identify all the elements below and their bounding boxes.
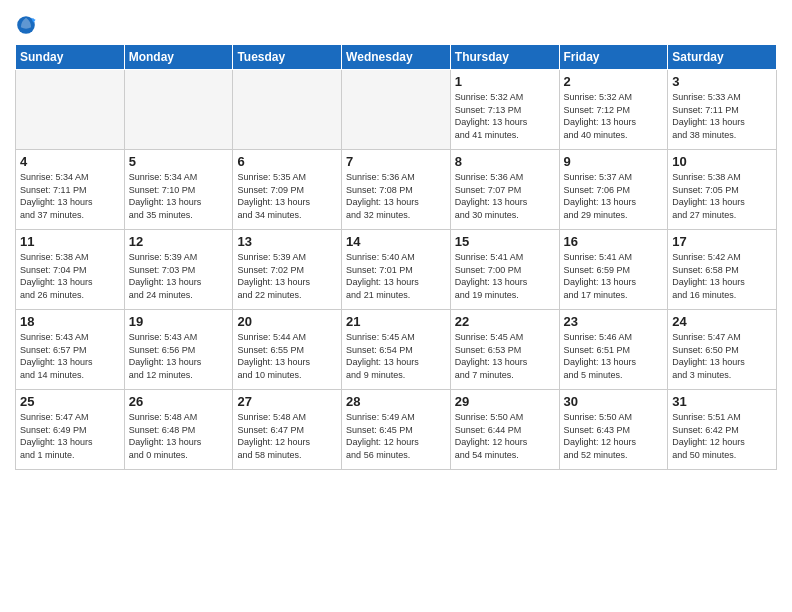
day-number: 26 bbox=[129, 394, 229, 409]
calendar-cell: 10Sunrise: 5:38 AM Sunset: 7:05 PM Dayli… bbox=[668, 150, 777, 230]
logo bbox=[15, 14, 41, 36]
day-number: 16 bbox=[564, 234, 664, 249]
day-number: 27 bbox=[237, 394, 337, 409]
day-info: Sunrise: 5:36 AM Sunset: 7:07 PM Dayligh… bbox=[455, 171, 555, 221]
calendar-cell: 27Sunrise: 5:48 AM Sunset: 6:47 PM Dayli… bbox=[233, 390, 342, 470]
day-info: Sunrise: 5:43 AM Sunset: 6:56 PM Dayligh… bbox=[129, 331, 229, 381]
calendar-week-row: 25Sunrise: 5:47 AM Sunset: 6:49 PM Dayli… bbox=[16, 390, 777, 470]
calendar-cell: 15Sunrise: 5:41 AM Sunset: 7:00 PM Dayli… bbox=[450, 230, 559, 310]
day-info: Sunrise: 5:43 AM Sunset: 6:57 PM Dayligh… bbox=[20, 331, 120, 381]
calendar-cell: 9Sunrise: 5:37 AM Sunset: 7:06 PM Daylig… bbox=[559, 150, 668, 230]
calendar-header-row: SundayMondayTuesdayWednesdayThursdayFrid… bbox=[16, 45, 777, 70]
day-number: 18 bbox=[20, 314, 120, 329]
day-number: 29 bbox=[455, 394, 555, 409]
day-info: Sunrise: 5:37 AM Sunset: 7:06 PM Dayligh… bbox=[564, 171, 664, 221]
day-number: 13 bbox=[237, 234, 337, 249]
calendar-cell bbox=[124, 70, 233, 150]
calendar-cell: 21Sunrise: 5:45 AM Sunset: 6:54 PM Dayli… bbox=[342, 310, 451, 390]
day-info: Sunrise: 5:48 AM Sunset: 6:48 PM Dayligh… bbox=[129, 411, 229, 461]
calendar-cell: 30Sunrise: 5:50 AM Sunset: 6:43 PM Dayli… bbox=[559, 390, 668, 470]
calendar-cell: 19Sunrise: 5:43 AM Sunset: 6:56 PM Dayli… bbox=[124, 310, 233, 390]
calendar-cell: 2Sunrise: 5:32 AM Sunset: 7:12 PM Daylig… bbox=[559, 70, 668, 150]
calendar-cell: 25Sunrise: 5:47 AM Sunset: 6:49 PM Dayli… bbox=[16, 390, 125, 470]
day-info: Sunrise: 5:45 AM Sunset: 6:54 PM Dayligh… bbox=[346, 331, 446, 381]
day-info: Sunrise: 5:50 AM Sunset: 6:43 PM Dayligh… bbox=[564, 411, 664, 461]
day-info: Sunrise: 5:32 AM Sunset: 7:13 PM Dayligh… bbox=[455, 91, 555, 141]
day-info: Sunrise: 5:41 AM Sunset: 7:00 PM Dayligh… bbox=[455, 251, 555, 301]
calendar-cell: 28Sunrise: 5:49 AM Sunset: 6:45 PM Dayli… bbox=[342, 390, 451, 470]
calendar-cell: 4Sunrise: 5:34 AM Sunset: 7:11 PM Daylig… bbox=[16, 150, 125, 230]
calendar-cell: 20Sunrise: 5:44 AM Sunset: 6:55 PM Dayli… bbox=[233, 310, 342, 390]
day-info: Sunrise: 5:49 AM Sunset: 6:45 PM Dayligh… bbox=[346, 411, 446, 461]
calendar-week-row: 4Sunrise: 5:34 AM Sunset: 7:11 PM Daylig… bbox=[16, 150, 777, 230]
calendar-cell: 14Sunrise: 5:40 AM Sunset: 7:01 PM Dayli… bbox=[342, 230, 451, 310]
day-number: 24 bbox=[672, 314, 772, 329]
day-number: 23 bbox=[564, 314, 664, 329]
day-info: Sunrise: 5:40 AM Sunset: 7:01 PM Dayligh… bbox=[346, 251, 446, 301]
day-number: 22 bbox=[455, 314, 555, 329]
day-info: Sunrise: 5:47 AM Sunset: 6:49 PM Dayligh… bbox=[20, 411, 120, 461]
day-number: 4 bbox=[20, 154, 120, 169]
calendar-cell bbox=[233, 70, 342, 150]
day-number: 5 bbox=[129, 154, 229, 169]
day-number: 10 bbox=[672, 154, 772, 169]
day-info: Sunrise: 5:47 AM Sunset: 6:50 PM Dayligh… bbox=[672, 331, 772, 381]
calendar-cell: 3Sunrise: 5:33 AM Sunset: 7:11 PM Daylig… bbox=[668, 70, 777, 150]
calendar-cell: 23Sunrise: 5:46 AM Sunset: 6:51 PM Dayli… bbox=[559, 310, 668, 390]
day-number: 3 bbox=[672, 74, 772, 89]
day-number: 7 bbox=[346, 154, 446, 169]
day-number: 11 bbox=[20, 234, 120, 249]
calendar-header-thursday: Thursday bbox=[450, 45, 559, 70]
day-info: Sunrise: 5:50 AM Sunset: 6:44 PM Dayligh… bbox=[455, 411, 555, 461]
day-number: 8 bbox=[455, 154, 555, 169]
calendar-cell: 16Sunrise: 5:41 AM Sunset: 6:59 PM Dayli… bbox=[559, 230, 668, 310]
day-info: Sunrise: 5:38 AM Sunset: 7:05 PM Dayligh… bbox=[672, 171, 772, 221]
day-number: 9 bbox=[564, 154, 664, 169]
day-info: Sunrise: 5:48 AM Sunset: 6:47 PM Dayligh… bbox=[237, 411, 337, 461]
day-number: 15 bbox=[455, 234, 555, 249]
calendar-week-row: 11Sunrise: 5:38 AM Sunset: 7:04 PM Dayli… bbox=[16, 230, 777, 310]
calendar-cell: 11Sunrise: 5:38 AM Sunset: 7:04 PM Dayli… bbox=[16, 230, 125, 310]
day-info: Sunrise: 5:34 AM Sunset: 7:10 PM Dayligh… bbox=[129, 171, 229, 221]
calendar-cell: 7Sunrise: 5:36 AM Sunset: 7:08 PM Daylig… bbox=[342, 150, 451, 230]
day-info: Sunrise: 5:44 AM Sunset: 6:55 PM Dayligh… bbox=[237, 331, 337, 381]
day-info: Sunrise: 5:36 AM Sunset: 7:08 PM Dayligh… bbox=[346, 171, 446, 221]
calendar-cell: 6Sunrise: 5:35 AM Sunset: 7:09 PM Daylig… bbox=[233, 150, 342, 230]
day-info: Sunrise: 5:32 AM Sunset: 7:12 PM Dayligh… bbox=[564, 91, 664, 141]
calendar-header-wednesday: Wednesday bbox=[342, 45, 451, 70]
calendar-cell: 5Sunrise: 5:34 AM Sunset: 7:10 PM Daylig… bbox=[124, 150, 233, 230]
calendar-header-monday: Monday bbox=[124, 45, 233, 70]
day-info: Sunrise: 5:38 AM Sunset: 7:04 PM Dayligh… bbox=[20, 251, 120, 301]
day-info: Sunrise: 5:39 AM Sunset: 7:03 PM Dayligh… bbox=[129, 251, 229, 301]
calendar-header-sunday: Sunday bbox=[16, 45, 125, 70]
day-number: 1 bbox=[455, 74, 555, 89]
day-number: 28 bbox=[346, 394, 446, 409]
calendar-header-friday: Friday bbox=[559, 45, 668, 70]
page-header bbox=[15, 10, 777, 36]
day-number: 6 bbox=[237, 154, 337, 169]
calendar-header-tuesday: Tuesday bbox=[233, 45, 342, 70]
calendar-cell bbox=[16, 70, 125, 150]
calendar-cell: 24Sunrise: 5:47 AM Sunset: 6:50 PM Dayli… bbox=[668, 310, 777, 390]
calendar-cell: 8Sunrise: 5:36 AM Sunset: 7:07 PM Daylig… bbox=[450, 150, 559, 230]
day-info: Sunrise: 5:34 AM Sunset: 7:11 PM Dayligh… bbox=[20, 171, 120, 221]
calendar-cell: 12Sunrise: 5:39 AM Sunset: 7:03 PM Dayli… bbox=[124, 230, 233, 310]
day-info: Sunrise: 5:42 AM Sunset: 6:58 PM Dayligh… bbox=[672, 251, 772, 301]
calendar-header-saturday: Saturday bbox=[668, 45, 777, 70]
calendar: SundayMondayTuesdayWednesdayThursdayFrid… bbox=[15, 44, 777, 470]
day-number: 14 bbox=[346, 234, 446, 249]
calendar-cell: 1Sunrise: 5:32 AM Sunset: 7:13 PM Daylig… bbox=[450, 70, 559, 150]
day-number: 30 bbox=[564, 394, 664, 409]
day-info: Sunrise: 5:39 AM Sunset: 7:02 PM Dayligh… bbox=[237, 251, 337, 301]
calendar-week-row: 18Sunrise: 5:43 AM Sunset: 6:57 PM Dayli… bbox=[16, 310, 777, 390]
calendar-cell: 18Sunrise: 5:43 AM Sunset: 6:57 PM Dayli… bbox=[16, 310, 125, 390]
day-info: Sunrise: 5:41 AM Sunset: 6:59 PM Dayligh… bbox=[564, 251, 664, 301]
calendar-week-row: 1Sunrise: 5:32 AM Sunset: 7:13 PM Daylig… bbox=[16, 70, 777, 150]
day-number: 25 bbox=[20, 394, 120, 409]
calendar-cell: 31Sunrise: 5:51 AM Sunset: 6:42 PM Dayli… bbox=[668, 390, 777, 470]
day-number: 31 bbox=[672, 394, 772, 409]
day-number: 21 bbox=[346, 314, 446, 329]
day-info: Sunrise: 5:33 AM Sunset: 7:11 PM Dayligh… bbox=[672, 91, 772, 141]
calendar-cell: 17Sunrise: 5:42 AM Sunset: 6:58 PM Dayli… bbox=[668, 230, 777, 310]
day-info: Sunrise: 5:46 AM Sunset: 6:51 PM Dayligh… bbox=[564, 331, 664, 381]
